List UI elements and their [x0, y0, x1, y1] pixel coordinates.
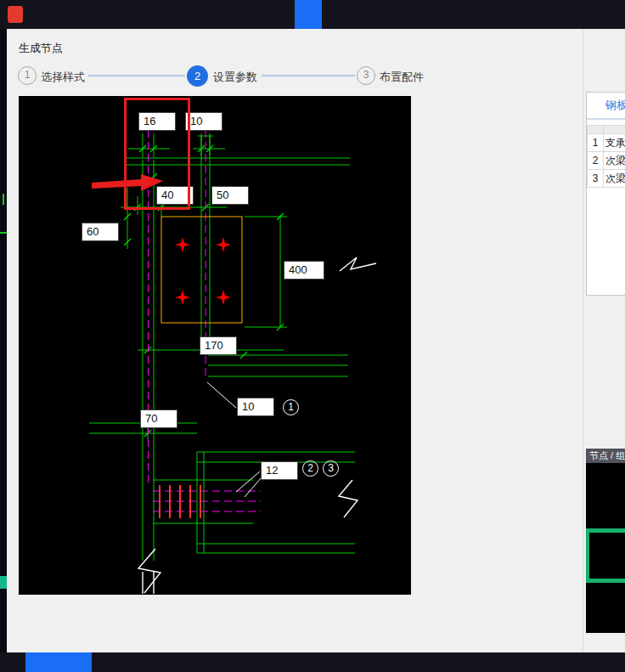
- node-thumbnail[interactable]: [586, 584, 625, 633]
- dim-input-10-top[interactable]: 10: [185, 112, 222, 131]
- plate-row-number[interactable]: 1: [588, 134, 604, 152]
- callout-1: 1: [283, 399, 299, 415]
- left-strip-green-line: [0, 232, 7, 234]
- titlebar: [0, 0, 625, 29]
- dim-input-170[interactable]: 170: [200, 336, 237, 355]
- dim-input-40[interactable]: 40: [156, 186, 194, 205]
- step-1-circle[interactable]: 1: [18, 66, 37, 85]
- step-line-2: [262, 75, 355, 76]
- cad-canvas[interactable]: 16 10 40 50 60 400 170 10 70 12 1 2 3: [19, 96, 411, 595]
- dim-input-400[interactable]: 400: [284, 261, 324, 280]
- dialog-title: 生成节点: [19, 41, 63, 56]
- step-3-circle[interactable]: 3: [357, 66, 375, 85]
- plate-panel: 钢板 1 支承 2 次梁 3 次梁: [586, 92, 625, 296]
- dim-input-50[interactable]: 50: [211, 186, 249, 205]
- plate-table: 1 支承 2 次梁 3 次梁: [587, 125, 625, 188]
- step-1-label[interactable]: 选择样式: [41, 70, 85, 85]
- left-strip-green-mark: [3, 194, 4, 205]
- step-2-label[interactable]: 设置参数: [213, 70, 257, 85]
- screen: 生成节点 1 选择样式 2 设置参数 3 布置配件: [0, 0, 625, 672]
- dim-input-10-weld[interactable]: 10: [237, 398, 274, 416]
- app-logo-icon[interactable]: [8, 6, 23, 23]
- node-thumbnail-selected[interactable]: [586, 528, 625, 583]
- dim-input-70[interactable]: 70: [140, 409, 177, 428]
- step-3-label[interactable]: 布置配件: [380, 70, 424, 85]
- node-group-panel-title: 节点 / 组: [586, 449, 625, 463]
- dim-input-16[interactable]: 16: [138, 112, 176, 131]
- panel-divider: [583, 29, 583, 652]
- step-line-1: [88, 75, 185, 76]
- left-edge-strip: [0, 29, 7, 652]
- node-thumbnail-preview: [589, 533, 625, 579]
- node-group-panel: 节点 / 组: [586, 449, 625, 633]
- plate-row-label[interactable]: 次梁: [604, 152, 625, 170]
- bottom-bar: [0, 652, 625, 672]
- bolt-symbols: [175, 237, 231, 305]
- tab-steel-plate[interactable]: 钢板: [587, 93, 625, 120]
- table-row[interactable]: 3 次梁: [588, 170, 625, 188]
- dim-input-60[interactable]: 60: [82, 223, 119, 241]
- left-strip-teal-badge: [0, 576, 7, 589]
- table-row[interactable]: 1 支承: [588, 134, 625, 152]
- node-thumbnail[interactable]: [586, 463, 625, 528]
- plate-row-number[interactable]: 3: [588, 170, 604, 188]
- callout-2: 2: [302, 460, 318, 477]
- plate-table-header: [588, 126, 625, 134]
- bottom-bar-blue-button[interactable]: [25, 652, 92, 672]
- dim-input-12[interactable]: 12: [261, 461, 298, 480]
- plate-row-label[interactable]: 支承: [604, 134, 625, 152]
- step-2-circle[interactable]: 2: [187, 65, 208, 87]
- callout-3: 3: [323, 460, 339, 477]
- dimension-lines: [121, 133, 287, 439]
- plate-row-label[interactable]: 次梁: [604, 170, 625, 188]
- plate-row-number[interactable]: 2: [588, 152, 604, 170]
- titlebar-active-tab[interactable]: [295, 0, 322, 29]
- table-row[interactable]: 2 次梁: [588, 152, 625, 170]
